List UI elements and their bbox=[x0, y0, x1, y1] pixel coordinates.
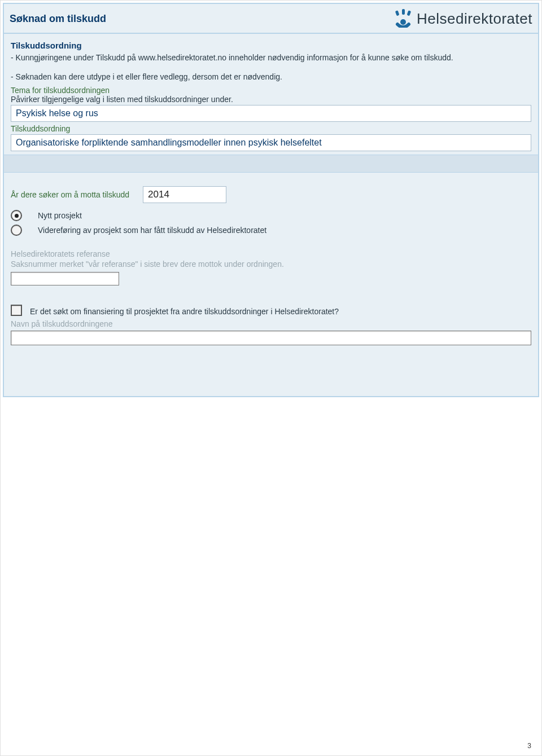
tema-label: Tema for tilskuddsordningen bbox=[11, 86, 531, 95]
tema-select[interactable]: Psykisk helse og rus bbox=[11, 105, 531, 122]
other-funding-question: Er det søkt om finansiering til prosjekt… bbox=[30, 307, 339, 316]
page-number: 3 bbox=[527, 742, 531, 750]
radio-new-project[interactable] bbox=[11, 210, 22, 221]
brand-name: Helsedirektoratet bbox=[417, 10, 532, 28]
ordning-select[interactable]: Organisatoriske forpliktende samhandling… bbox=[11, 134, 531, 151]
svg-rect-2 bbox=[402, 9, 405, 15]
form-title: Søknad om tilskudd bbox=[10, 13, 106, 25]
ordning-label: Tilskuddsordning bbox=[11, 124, 531, 133]
radio-continuation-project[interactable] bbox=[11, 225, 22, 236]
form-header: Søknad om tilskudd Helsedirektoratet bbox=[4, 4, 538, 34]
reference-input[interactable] bbox=[11, 272, 119, 285]
section-heading: Tilskuddsordning bbox=[11, 41, 531, 50]
brand-icon bbox=[393, 8, 413, 29]
section-divider bbox=[4, 155, 538, 173]
radio-continuation-project-label: Videreføring av prosjekt som har fått ti… bbox=[38, 226, 266, 235]
year-label: År dere søker om å motta tilskudd bbox=[11, 190, 129, 199]
reference-label: Helsedirektoratets referanse bbox=[11, 249, 531, 258]
info-text-1: - Kunngjøringene under Tilskudd på www.h… bbox=[11, 52, 531, 64]
svg-rect-3 bbox=[406, 10, 411, 16]
svg-point-0 bbox=[400, 19, 406, 25]
year-input[interactable]: 2014 bbox=[143, 186, 226, 203]
radio-new-project-label: Nytt prosjekt bbox=[38, 211, 82, 220]
svg-rect-1 bbox=[395, 10, 400, 16]
info-text-2: - Søknaden kan dere utdype i et eller fl… bbox=[11, 72, 531, 83]
brand-logo: Helsedirektoratet bbox=[393, 8, 532, 29]
reference-help: Saksnummer merket "vår referanse" i sist… bbox=[11, 260, 531, 269]
other-funding-names-input[interactable] bbox=[11, 331, 531, 345]
tema-help: Påvirker tilgjengelige valg i listen med… bbox=[11, 95, 531, 104]
radio-selected-icon bbox=[15, 214, 19, 218]
other-funding-names-label: Navn på tilskuddsordningene bbox=[11, 319, 531, 328]
other-funding-checkbox[interactable] bbox=[11, 305, 22, 316]
